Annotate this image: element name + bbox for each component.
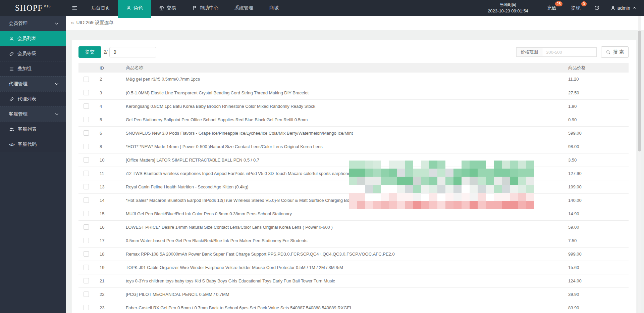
cell-product-price: 11.20 <box>568 73 629 86</box>
table-row: 11i12 TWS Bluetooth wireless earphones I… <box>78 167 629 180</box>
cell-checkbox <box>78 153 96 167</box>
row-checkbox[interactable] <box>84 130 89 136</box>
sidebar-item-label: 会员列表 <box>17 36 36 42</box>
cell-id: 17 <box>96 234 126 247</box>
cell-checkbox <box>78 99 96 113</box>
table-row: 2M&g gel pen r3/r5 0.5mm/0.7mm 1pcs11.20 <box>78 73 629 86</box>
chevron-down-icon <box>54 112 59 117</box>
row-checkbox[interactable] <box>84 117 89 122</box>
row-checkbox[interactable] <box>84 77 89 82</box>
cell-product-price: 599.00 <box>568 126 629 140</box>
cell-checkbox <box>78 234 96 247</box>
row-checkbox[interactable] <box>84 224 89 230</box>
sidebar-group-label: 客服管理 <box>9 111 28 117</box>
search-button[interactable]: 搜 索 <box>601 46 629 58</box>
row-checkbox[interactable] <box>84 238 89 243</box>
sidebar-group-agent-management[interactable]: 代理管理 <box>0 76 66 91</box>
cell-product-price: 999.00 <box>568 247 629 261</box>
cell-product-name: TOPK J01 Cable Organizer Wire Winder Ear… <box>126 261 568 274</box>
price-range-group: 价格范围 <box>516 47 597 57</box>
row-checkbox[interactable] <box>84 265 89 270</box>
submit-button[interactable]: 提交 <box>78 46 101 58</box>
row-checkbox[interactable] <box>84 157 89 163</box>
cell-id: 10 <box>96 153 126 167</box>
table-header-row: ID 商品名称 商品价格 <box>78 63 629 73</box>
cell-id: 2 <box>96 73 126 86</box>
cell-checkbox <box>78 140 96 153</box>
chevron-down-icon <box>54 21 59 26</box>
cell-product-name: MUJI Gel Pen Black/Blue/Red Ink Color Pe… <box>126 207 568 220</box>
flag-icon <box>192 5 197 10</box>
local-time-value: 2023-10-23 09:01:54 <box>488 8 528 14</box>
nav-item-mall[interactable]: 商城 <box>261 0 287 16</box>
cell-checkbox <box>78 287 96 301</box>
row-checkbox[interactable] <box>84 211 89 216</box>
cell-product-name: SNOWPLUS New 3.0 Pods Flavors - Grape Ic… <box>126 126 568 140</box>
cell-product-price: 15.60 <box>568 261 629 274</box>
withdraw-link[interactable]: 提现 0 <box>571 5 581 11</box>
local-time-label: 当地时间 <box>488 2 528 8</box>
row-checkbox[interactable] <box>84 251 89 257</box>
nav-item-help-center[interactable]: 帮助中心 <box>184 0 226 16</box>
nav-item-system-management[interactable]: 系统管理 <box>226 0 261 16</box>
code-icon: </> <box>9 142 14 147</box>
cell-product-name: (0.5-1.0MM) Elastic Line Transparent Cry… <box>126 86 568 99</box>
row-checkbox[interactable] <box>84 278 89 283</box>
cell-checkbox <box>78 193 96 207</box>
topbar: SHOPF V16 后台首页角色交易帮助中心系统管理商城 当地时间 2023-1… <box>0 0 644 16</box>
chevron-up-icon <box>632 6 637 10</box>
sidebar: 会员管理会员列表会员等级叠加组代理管理代理列表客服管理客服列表</>客服代码 <box>0 16 66 313</box>
cell-checkbox <box>78 301 96 313</box>
sidebar-group-member-management[interactable]: 会员管理 <box>0 16 66 31</box>
row-checkbox[interactable] <box>84 197 89 203</box>
cell-id: 11 <box>96 167 126 180</box>
cell-checkbox <box>78 73 96 86</box>
table-row: 170.5mm Water-based Pen Gel Pen Black/Re… <box>78 234 629 247</box>
scrollbar-thumb[interactable] <box>638 31 641 151</box>
link-icon <box>9 51 14 56</box>
table-row: 22[PCG] PILOT MECHANICAL PENCIL 0.5MM / … <box>78 287 629 301</box>
cell-product-price: 1.90 <box>568 99 629 113</box>
row-checkbox[interactable] <box>84 90 89 95</box>
row-checkbox[interactable] <box>84 103 89 109</box>
breadcrumb-text: UID:269 设置连单 <box>76 20 113 26</box>
ratio-label: 2/ <box>104 49 108 55</box>
table-row: 15MUJI Gel Pen Black/Blue/Red Ink Color … <box>78 207 629 220</box>
row-checkbox[interactable] <box>84 292 89 297</box>
sidebar-item-stack-group[interactable]: 叠加组 <box>0 61 66 76</box>
user-icon <box>610 5 615 10</box>
nav-item-label: 系统管理 <box>234 5 253 11</box>
sidebar-item-service-code[interactable]: </>客服代码 <box>0 137 66 152</box>
cell-checkbox <box>78 220 96 234</box>
nav-item-roles[interactable]: 角色 <box>118 0 151 16</box>
nav-item-trade[interactable]: 交易 <box>151 0 184 16</box>
sidebar-item-service-list[interactable]: 客服列表 <box>0 122 66 137</box>
vertical-scrollbar[interactable] <box>638 16 641 313</box>
row-checkbox[interactable] <box>84 184 89 189</box>
refresh-button[interactable] <box>594 5 600 11</box>
layers-icon <box>9 66 14 72</box>
cell-id: 21 <box>96 274 126 287</box>
cell-id: 6 <box>96 126 126 140</box>
scales-icon <box>159 5 164 11</box>
sidebar-item-member-list[interactable]: 会员列表 <box>0 31 66 46</box>
sidebar-group-service-management[interactable]: 客服管理 <box>0 106 66 122</box>
sidebar-item-agent-list[interactable]: 代理列表 <box>0 91 66 106</box>
price-range-input[interactable] <box>542 47 597 57</box>
menu-icon[interactable] <box>66 0 83 16</box>
nav-item-label: 后台首页 <box>91 5 110 11</box>
table-row: 10[Office Matters] LATOR SIMPLE RETRACTA… <box>78 153 629 167</box>
row-checkbox[interactable] <box>84 171 89 176</box>
nav-item-label: 帮助中心 <box>200 5 218 11</box>
cell-checkbox <box>78 167 96 180</box>
recharge-link[interactable]: 充值 25 <box>547 5 556 11</box>
sidebar-item-member-level[interactable]: 会员等级 <box>0 46 66 61</box>
menu-icon <box>72 5 77 11</box>
nav-item-dashboard[interactable]: 后台首页 <box>83 0 118 16</box>
row-checkbox[interactable] <box>84 144 89 149</box>
cell-product-price: 140.00 <box>568 193 629 207</box>
cell-product-price: 83.90 <box>568 301 629 313</box>
count-input[interactable] <box>109 47 156 57</box>
row-checkbox[interactable] <box>84 305 89 310</box>
user-menu[interactable]: admin <box>610 5 637 11</box>
